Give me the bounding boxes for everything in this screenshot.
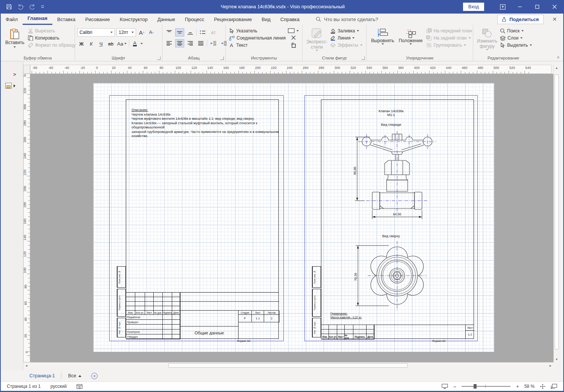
italic-button[interactable]: К <box>87 40 95 48</box>
align-top-button[interactable] <box>165 28 174 37</box>
zoom-out-button[interactable]: − <box>453 383 457 390</box>
scroll-right-button[interactable]: ► <box>547 363 553 369</box>
horizontal-scroll-thumb[interactable] <box>168 363 408 368</box>
tab-help[interactable]: Справка <box>275 14 304 25</box>
scroll-left-button[interactable]: ◄ <box>23 363 29 369</box>
minimize-button[interactable] <box>511 0 529 14</box>
justify-button[interactable] <box>196 39 205 47</box>
paste-button[interactable]: Вставить <box>3 26 27 49</box>
rectangle-tool-button[interactable] <box>287 28 300 34</box>
customize-qat-button[interactable] <box>41 5 44 9</box>
close-document-button[interactable]: ✕ <box>549 16 560 22</box>
format-painter-button[interactable]: Формат по образцу <box>27 42 77 48</box>
copy-button[interactable]: Копировать <box>27 35 77 41</box>
shapes-window-icon[interactable] <box>5 83 12 88</box>
bullets-button[interactable] <box>198 28 207 37</box>
fill-button[interactable]: Заливка <box>329 28 364 34</box>
align-right-button[interactable] <box>186 39 195 47</box>
group-button[interactable]: Группировать <box>425 42 473 48</box>
sheet-1[interactable]: Описание: Чертеж клапана 14с636к Чертеж … <box>109 95 284 341</box>
tell-me-search[interactable]: Что вы хотите сделать? <box>316 17 497 22</box>
decrease-indent-button[interactable] <box>209 39 218 47</box>
grow-font-button[interactable]: А˄ <box>138 28 146 37</box>
connection-point-tool-button[interactable] <box>290 35 297 41</box>
zoom-slider-thumb[interactable] <box>474 384 477 389</box>
switch-windows-icon[interactable] <box>551 384 557 389</box>
zoom-slider[interactable] <box>462 386 511 387</box>
align-middle-button[interactable] <box>175 28 184 37</box>
redo-button[interactable] <box>29 4 35 10</box>
share-button[interactable]: Поделиться <box>497 15 544 24</box>
layers-button[interactable]: Слои <box>499 35 533 41</box>
bring-to-front-button[interactable]: На передний план <box>425 28 473 34</box>
cut-button[interactable]: Вырезать <box>27 28 77 34</box>
tab-home[interactable]: Главная <box>23 14 52 25</box>
zoom-in-button[interactable]: + <box>516 383 519 389</box>
font-color-button[interactable]: А <box>131 40 139 48</box>
drawing-page[interactable]: Описание: Чертеж клапана 14с636к Чертеж … <box>93 83 494 352</box>
scroll-up-button[interactable]: ▲ <box>554 65 559 71</box>
all-pages-button[interactable]: Все <box>61 373 86 378</box>
presentation-mode-icon[interactable] <box>442 384 448 389</box>
sheet1-title-block[interactable]: Изм. Кол.уч. Лист № док. Подпись Дата Ра… <box>126 292 279 339</box>
align-button[interactable]: Выровнять <box>369 26 396 46</box>
close-button[interactable] <box>546 0 563 14</box>
collapse-ribbon-button[interactable]: ˄ <box>557 55 559 59</box>
save-button[interactable] <box>6 4 12 10</box>
valve-top-view-drawing[interactable]: 70,39 <box>350 239 433 313</box>
shapes-flyout-arrow-icon[interactable] <box>14 84 15 87</box>
line-button[interactable]: Линия <box>329 35 364 41</box>
change-case-button[interactable]: Aa <box>116 40 127 48</box>
macro-record-icon[interactable] <box>76 384 83 389</box>
tab-file[interactable]: Файл <box>1 14 23 25</box>
bold-button[interactable]: Ж <box>77 40 86 48</box>
quick-styles-button[interactable]: Экспресс-стили <box>305 26 329 52</box>
tab-data[interactable]: Данные <box>153 14 180 25</box>
rotate-text-button[interactable]: A <box>209 28 218 37</box>
paragraph-dialog-launcher[interactable] <box>220 56 224 60</box>
font-size-select[interactable]: 12пт <box>116 28 136 37</box>
select-button[interactable]: Выделить <box>499 42 533 48</box>
tab-process[interactable]: Процесс <box>180 14 209 25</box>
effects-button[interactable]: Эффекты <box>329 42 364 48</box>
underline-button[interactable]: Ч <box>97 40 105 48</box>
sheet-2[interactable]: Клапан 14с636к М1:1 Вид спереди Вид свер… <box>304 95 478 341</box>
font-dialog-launcher[interactable] <box>157 56 160 60</box>
align-left-button[interactable] <box>165 39 174 47</box>
tab-insert[interactable]: Вставка <box>52 14 80 25</box>
ribbon-display-options-button[interactable] <box>494 0 511 14</box>
find-button[interactable]: Поиск <box>499 28 533 34</box>
position-button[interactable]: Положение <box>396 26 425 46</box>
page-info[interactable]: Страница 1 из 1 <box>7 384 41 389</box>
strikethrough-button[interactable]: ab <box>107 40 115 48</box>
vertical-scrollbar[interactable]: ▲ ▼ <box>553 65 559 362</box>
undo-button[interactable] <box>17 4 24 10</box>
align-center-button[interactable] <box>175 39 184 47</box>
fit-page-icon[interactable] <box>540 384 546 389</box>
tab-view[interactable]: Вид <box>257 14 275 25</box>
zoom-level[interactable]: 58 % <box>524 384 535 389</box>
send-to-back-button[interactable]: На задний план <box>425 35 473 41</box>
change-shape-button[interactable]: Изменить фигуру <box>475 26 499 52</box>
expand-shapes-panel-button[interactable]: > <box>13 72 16 77</box>
tab-design[interactable]: Конструктор <box>115 14 153 25</box>
drawing-canvas[interactable]: Описание: Чертеж клапана 14с636к Чертеж … <box>30 74 553 362</box>
connector-tool-button[interactable]: Соединительная линия <box>228 35 287 41</box>
valve-front-view-drawing[interactable]: 85,00 64,00 <box>353 129 441 222</box>
free-rotate-button[interactable] <box>289 42 298 48</box>
maximize-button[interactable] <box>529 0 546 14</box>
pointer-tool-button[interactable]: Указатель <box>228 28 287 34</box>
shape-styles-dialog-launcher[interactable] <box>361 56 365 60</box>
shrink-font-button[interactable]: А˅ <box>147 28 156 37</box>
sheet2-title-block[interactable]: Изм. Кол.уч. Лист № док. Подпись Дата Ли… <box>321 325 474 339</box>
add-page-button[interactable]: + <box>91 373 98 379</box>
tab-draw[interactable]: Рисование <box>80 14 115 25</box>
language-indicator[interactable]: русский <box>50 384 67 389</box>
tab-review[interactable]: Рецензирование <box>209 14 257 25</box>
sign-in-button[interactable]: Вход <box>463 3 484 11</box>
vertical-scroll-thumb[interactable] <box>555 75 559 349</box>
sheet1-description[interactable]: Описание: Чертеж клапана 14с636к Чертеж … <box>131 108 279 139</box>
align-bottom-button[interactable] <box>186 28 195 37</box>
scroll-down-button[interactable]: ▼ <box>554 356 559 362</box>
font-family-select[interactable]: Calibri <box>77 28 115 37</box>
